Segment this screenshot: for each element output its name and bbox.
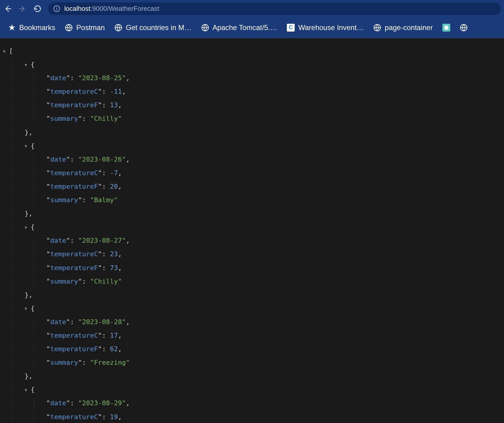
arrow-right-icon xyxy=(19,5,26,13)
json-object-close: }, xyxy=(25,129,33,136)
json-object-open: { xyxy=(31,142,35,150)
json-key: temperatureC xyxy=(50,88,98,95)
json-object-close: }, xyxy=(25,372,33,380)
json-object-open: { xyxy=(31,223,35,231)
site-info-icon[interactable]: i xyxy=(53,5,60,12)
globe-icon xyxy=(373,24,381,32)
bookmark-label: Postman xyxy=(76,23,105,32)
collapse-toggle-icon[interactable]: ▼ xyxy=(25,304,30,313)
json-number-value: 19 xyxy=(110,413,118,421)
forward-button[interactable] xyxy=(18,4,27,13)
json-string-value: "2023-08-28" xyxy=(78,318,126,326)
json-key: date xyxy=(50,156,66,163)
bookmark-label: Apache Tomcat/5.… xyxy=(213,23,278,32)
json-key: temperatureC xyxy=(50,250,98,258)
json-key: temperatureF xyxy=(50,101,98,109)
json-string-value: "Chilly" xyxy=(90,115,122,122)
json-string-value: "Freezing" xyxy=(90,359,130,366)
json-number-value: 23 xyxy=(110,250,118,258)
json-object-close: }, xyxy=(25,210,33,217)
app-icon xyxy=(442,24,450,32)
json-number-value: -11 xyxy=(110,88,122,95)
globe-icon xyxy=(460,24,468,32)
json-key: temperatureF xyxy=(50,264,98,272)
json-key: temperatureC xyxy=(50,169,98,177)
arrow-left-icon xyxy=(4,5,11,13)
back-button[interactable] xyxy=(3,4,12,13)
json-key: date xyxy=(50,318,66,326)
bookmark-icon-only-2[interactable] xyxy=(456,22,471,33)
json-number-value: 73 xyxy=(110,264,118,272)
json-key: temperatureF xyxy=(50,183,98,190)
json-key: date xyxy=(50,399,66,407)
json-number-value: 62 xyxy=(110,345,118,353)
globe-icon xyxy=(114,24,122,32)
bookmark-page-container[interactable]: page-container xyxy=(370,22,436,34)
json-string-value: "2023-08-27" xyxy=(78,237,126,244)
collapse-toggle-icon[interactable]: ▼ xyxy=(3,47,8,56)
json-key: summary xyxy=(50,115,78,122)
json-number-value: -7 xyxy=(110,169,118,177)
bookmark-label: Warehouse Invent… xyxy=(298,23,364,32)
bookmark-label: page-container xyxy=(385,23,433,32)
json-number-value: 13 xyxy=(110,101,118,109)
address-bar[interactable]: i localhost:9000/WeatherForecast xyxy=(48,2,501,15)
globe-icon xyxy=(65,24,73,32)
bookmark-get-countries[interactable]: Get countries in M… xyxy=(111,22,195,34)
json-array-open: [ xyxy=(9,47,13,55)
reload-icon xyxy=(34,5,41,13)
collapse-toggle-icon[interactable]: ▼ xyxy=(25,61,30,69)
url-text: localhost:9000/WeatherForecast xyxy=(64,5,159,13)
bookmark-bookmarks[interactable]: ★ Bookmarks xyxy=(4,22,59,34)
bookmark-warehouse-invent[interactable]: C Warehouse Invent… xyxy=(283,22,367,34)
json-string-value: "2023-08-29" xyxy=(78,399,126,407)
json-string-value: "2023-08-26" xyxy=(78,156,126,163)
bookmark-postman[interactable]: Postman xyxy=(61,22,108,34)
json-key: temperatureC xyxy=(50,332,98,339)
json-number-value: 17 xyxy=(110,332,118,339)
star-icon: ★ xyxy=(8,24,16,32)
json-object-open: { xyxy=(31,305,35,312)
collapse-toggle-icon[interactable]: ▼ xyxy=(25,223,30,232)
json-string-value: "Chilly" xyxy=(90,278,122,285)
json-object-open: { xyxy=(31,386,35,393)
json-key: summary xyxy=(50,196,78,204)
json-key: summary xyxy=(50,278,78,285)
bookmark-icon-only-1[interactable] xyxy=(439,22,454,33)
json-number-value: 20 xyxy=(110,183,118,190)
json-object-open: { xyxy=(31,61,35,68)
globe-icon xyxy=(201,24,209,32)
collapse-toggle-icon[interactable]: ▼ xyxy=(25,142,30,151)
bookmark-apache-tomcat[interactable]: Apache Tomcat/5.… xyxy=(198,22,281,34)
json-viewer: ▼[▼{"date": "2023-08-25","temperatureC":… xyxy=(0,38,504,423)
bookmarks-bar: ★ Bookmarks Postman Get countries in M… … xyxy=(0,17,504,38)
collapse-toggle-icon[interactable]: ▼ xyxy=(25,386,30,394)
bookmark-label: Bookmarks xyxy=(19,23,55,32)
json-string-value: "Balmy" xyxy=(90,196,118,204)
json-key: summary xyxy=(50,359,78,366)
json-key: temperatureF xyxy=(50,345,98,353)
app-icon: C xyxy=(287,24,295,32)
json-key: date xyxy=(50,237,66,244)
json-object-close: }, xyxy=(25,291,33,299)
browser-toolbar: i localhost:9000/WeatherForecast xyxy=(0,0,504,17)
json-string-value: "2023-08-25" xyxy=(78,74,126,82)
bookmark-label: Get countries in M… xyxy=(126,23,192,32)
json-key: date xyxy=(50,74,66,82)
reload-button[interactable] xyxy=(33,4,42,13)
json-key: temperatureC xyxy=(50,413,98,421)
